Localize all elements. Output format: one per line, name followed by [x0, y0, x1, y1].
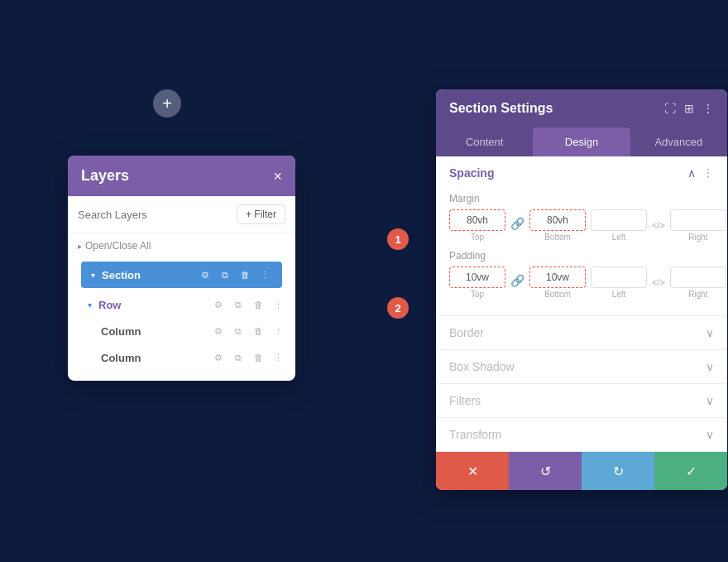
tab-content[interactable]: Content — [436, 127, 533, 156]
save-button[interactable]: ✓ — [654, 452, 727, 490]
margin-right-label: Right — [688, 233, 707, 242]
transform-header[interactable]: Transform ∨ — [436, 418, 727, 451]
box-shadow-chevron-icon: ∨ — [706, 360, 714, 373]
spacing-more-icon[interactable]: ⋮ — [702, 166, 714, 180]
row-trash-icon[interactable]: 🗑 — [251, 297, 266, 312]
border-chevron-icon: ∨ — [706, 326, 714, 339]
settings-header-icons: ⛶ ⊞ ⋮ — [664, 102, 714, 115]
row-label: Row — [98, 299, 206, 311]
filters-chevron-icon: ∨ — [706, 394, 714, 407]
margin-right-field: Right — [670, 209, 726, 242]
spacing-chevron-up-icon[interactable]: ∧ — [687, 166, 696, 180]
cancel-button[interactable]: ✕ — [436, 452, 509, 490]
row-copy-icon[interactable]: ⧉ — [231, 297, 246, 312]
padding-right-input[interactable] — [670, 267, 726, 288]
col1-copy-icon[interactable]: ⧉ — [231, 324, 246, 339]
box-shadow-header[interactable]: Box Shadow ∨ — [436, 350, 727, 383]
section-copy-icon[interactable]: ⧉ — [218, 267, 232, 282]
plus-icon: + — [162, 94, 172, 113]
spacing-header[interactable]: Spacing ∧ ⋮ — [436, 156, 727, 190]
layer-row-item[interactable]: ▾ Row ⚙ ⧉ 🗑 ⋮ — [68, 291, 295, 318]
margin-code-icon[interactable]: </> — [652, 220, 665, 230]
row-menu-icon[interactable]: ⋮ — [271, 297, 285, 312]
section-icons: ⚙ ⧉ 🗑 ⋮ — [198, 267, 272, 282]
col1-trash-icon[interactable]: 🗑 — [251, 324, 266, 339]
margin-label: Margin — [449, 193, 714, 204]
padding-right-label: Right — [688, 290, 707, 299]
layers-title: Layers — [81, 167, 129, 185]
layers-close-button[interactable]: × — [273, 169, 282, 184]
col2-trash-icon[interactable]: 🗑 — [251, 350, 266, 365]
section-gear-icon[interactable]: ⚙ — [198, 267, 213, 282]
padding-inputs: Top 🔗 Bottom Left </> Right — [449, 267, 714, 299]
margin-top-label: Top — [471, 233, 484, 242]
filter-button[interactable]: + Filter — [237, 204, 285, 224]
badge-1: 1 — [387, 228, 409, 250]
col2-gear-icon[interactable]: ⚙ — [211, 350, 226, 365]
redo-button[interactable]: ↻ — [582, 452, 654, 490]
tab-design[interactable]: Design — [533, 127, 630, 156]
section-label: Section — [102, 269, 193, 281]
margin-inputs: Top 🔗 Bottom Left </> Right — [449, 209, 714, 242]
row-gear-icon[interactable]: ⚙ — [211, 297, 226, 312]
padding-link-icon[interactable]: 🔗 — [510, 274, 524, 287]
layer-column-2-item[interactable]: Column ⚙ ⧉ 🗑 ⋮ — [68, 344, 295, 371]
settings-footer: ✕ ↺ ↻ ✓ — [436, 452, 727, 490]
padding-bottom-label: Bottom — [544, 290, 571, 299]
section-trash-icon[interactable]: 🗑 — [237, 267, 252, 282]
row-icons: ⚙ ⧉ 🗑 ⋮ — [211, 297, 285, 312]
layer-column-1-item[interactable]: Column ⚙ ⧉ 🗑 ⋮ — [68, 318, 295, 344]
section-settings-panel: Section Settings ⛶ ⊞ ⋮ Content Design Ad… — [436, 89, 727, 490]
badge-2: 2 — [387, 297, 409, 319]
margin-left-field: Left — [591, 209, 647, 242]
border-section: Border ∨ — [436, 316, 727, 350]
filters-header[interactable]: Filters ∨ — [436, 384, 727, 417]
border-title: Border — [449, 326, 484, 339]
spacing-section: Spacing ∧ ⋮ Margin Top 🔗 Bo — [436, 156, 727, 316]
tab-advanced[interactable]: Advanced — [630, 127, 727, 156]
spacing-header-icons: ∧ ⋮ — [687, 166, 714, 180]
open-close-all[interactable]: Open/Close All — [68, 233, 295, 258]
padding-top-input[interactable] — [449, 267, 505, 288]
padding-left-label: Left — [612, 290, 626, 299]
layers-search-input[interactable] — [78, 209, 230, 221]
column-1-label: Column — [101, 325, 206, 338]
padding-label: Padding — [449, 250, 714, 262]
margin-bottom-input[interactable] — [529, 209, 586, 231]
col2-copy-icon[interactable]: ⧉ — [231, 350, 246, 365]
padding-code-icon[interactable]: </> — [652, 277, 665, 287]
margin-link-icon[interactable]: 🔗 — [510, 217, 524, 230]
margin-left-input[interactable] — [591, 209, 647, 231]
margin-bottom-field: Bottom — [529, 209, 586, 242]
margin-top-field: Top — [449, 209, 505, 242]
col1-gear-icon[interactable]: ⚙ — [211, 324, 226, 339]
filters-section: Filters ∨ — [436, 384, 727, 418]
column-2-label: Column — [101, 352, 206, 364]
transform-title: Transform — [449, 428, 501, 441]
reset-button[interactable]: ↺ — [509, 452, 582, 490]
padding-left-input[interactable] — [591, 267, 647, 288]
more-icon[interactable]: ⋮ — [702, 102, 714, 115]
padding-bottom-field: Bottom — [529, 267, 586, 299]
expand-icon[interactable]: ⛶ — [664, 102, 676, 115]
border-header[interactable]: Border ∨ — [436, 316, 727, 349]
layers-search-bar: + Filter — [68, 196, 295, 233]
add-section-button[interactable]: + — [153, 89, 181, 118]
transform-section: Transform ∨ — [436, 418, 727, 452]
padding-bottom-input[interactable] — [529, 267, 586, 288]
padding-right-field: Right — [670, 267, 726, 299]
col1-menu-icon[interactable]: ⋮ — [271, 324, 285, 339]
margin-right-input[interactable] — [670, 209, 726, 231]
columns-icon[interactable]: ⊞ — [684, 102, 694, 115]
section-menu-icon[interactable]: ⋮ — [257, 267, 272, 282]
layer-section-item[interactable]: ▾ Section ⚙ ⧉ 🗑 ⋮ — [81, 262, 282, 288]
settings-body: Spacing ∧ ⋮ Margin Top 🔗 Bo — [436, 156, 727, 452]
settings-header: Section Settings ⛶ ⊞ ⋮ — [436, 89, 727, 127]
box-shadow-title: Box Shadow — [449, 360, 515, 373]
padding-top-field: Top — [449, 267, 505, 299]
row-arrow-icon: ▾ — [88, 300, 92, 310]
margin-top-input[interactable] — [449, 209, 505, 231]
padding-left-field: Left — [591, 267, 647, 299]
transform-chevron-icon: ∨ — [706, 428, 714, 441]
col2-menu-icon[interactable]: ⋮ — [271, 350, 285, 365]
